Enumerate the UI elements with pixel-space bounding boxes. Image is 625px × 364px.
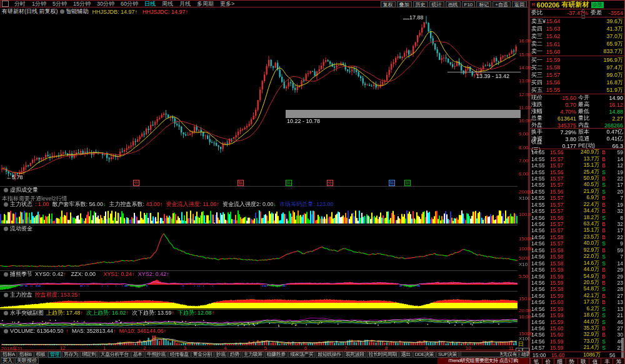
event-marker[interactable]: 分 [133, 180, 139, 186]
tab-更多>[interactable]: 更多> [217, 0, 238, 8]
volume-bars-chart[interactable] [0, 335, 518, 345]
panel-dot-icon[interactable] [4, 272, 8, 277]
buy-row[interactable]: 买三15.5799.0万 [530, 71, 624, 79]
indicator-toolbar: 指标A指标B模板管理另存为绑定到大盘分析平台基本牛熊抄底经传看盘黄金分割抄底趋势… [0, 351, 529, 358]
trade-count: 32 [608, 221, 623, 227]
toolbar-item-装死波段[interactable]: 装死波段 [344, 352, 366, 358]
trade-price: 15.60 [550, 325, 571, 332]
toolbar-input[interactable] [461, 352, 501, 357]
buy-row[interactable]: 买二15.5897.4万 [530, 64, 624, 71]
button-复权[interactable]: 复权 [381, 1, 396, 7]
toolbar-item-DDE决策[interactable]: DDE决策 [413, 352, 436, 358]
toolbar-item-趋势[interactable]: 趋势 [228, 352, 241, 358]
tab-分时[interactable]: 分时 [11, 0, 29, 8]
tab-周线[interactable]: 周线 [159, 0, 176, 8]
toolbar-item-绑定到[interactable]: 绑定到 [80, 352, 98, 358]
buy-row[interactable]: 买五15.5551.9万 [530, 86, 624, 94]
event-marker[interactable]: 除 [286, 180, 292, 186]
quote-tab-价[interactable]: 价 [542, 358, 554, 364]
toolbar-item-拉长时间周期[interactable]: 拉长时间周期 [367, 352, 399, 358]
sell-row[interactable]: 卖二15.6165.9万 [530, 41, 624, 48]
toolbar-item-模板[interactable]: 模板 [34, 352, 48, 358]
toolbar-item-大盘分析平台[interactable]: 大盘分析平台 [99, 352, 131, 358]
quote-tab-细[interactable]: 细 [554, 358, 566, 364]
toolbar-item-稳赚胜券[interactable]: 稳赚胜券 [265, 352, 288, 358]
tab-日线[interactable]: 日线 [141, 0, 159, 8]
candlestick-chart[interactable] [0, 16, 518, 182]
toolbar-item-指标A[interactable]: 指标A [1, 352, 17, 358]
quote-tab-值[interactable]: 值 [589, 358, 601, 364]
sell-row[interactable]: 卖五¥15.6439.6万 [530, 17, 624, 25]
button-画线[interactable]: 画线 [446, 1, 461, 7]
quote-tab-丰[interactable]: 丰 [601, 358, 612, 364]
trade-count: 23 [608, 280, 623, 286]
subscribe-promo-link[interactable]: iTrend研究组需要您支持 点击订购 [438, 358, 529, 364]
button-统计[interactable]: 统计 [429, 1, 444, 7]
sell-row[interactable]: 卖一15.60833.7万 [530, 48, 624, 56]
toolbar-item-经传看盘[interactable]: 经传看盘 [168, 352, 191, 358]
button-叠加[interactable]: 叠加 [397, 1, 412, 7]
panel-dot-icon[interactable] [4, 188, 8, 192]
toolbar-item-主力吸筹[interactable]: 主力吸筹 [242, 352, 264, 358]
tab-月线[interactable]: 月线 [176, 0, 194, 8]
toolbar-item-另存为[interactable]: 另存为 [62, 352, 80, 358]
button-返回[interactable]: 返回 [512, 1, 527, 7]
stock-badge[interactable]: 诊股 [591, 2, 604, 8]
toolbar-item-黄金分割[interactable]: 黄金分割 [191, 352, 214, 358]
panel-dot-icon[interactable] [4, 311, 8, 315]
fund-flow-chart[interactable] [0, 232, 518, 270]
trade-direction: S [599, 306, 608, 312]
tab-1分钟[interactable]: 1分钟 [29, 0, 49, 8]
tab-5分钟[interactable]: 5分钟 [49, 0, 70, 8]
toolbar-item-管理[interactable]: 管理 [48, 352, 61, 358]
event-marker[interactable]: 除 [389, 180, 395, 186]
button-+自选[interactable]: +自选 [492, 1, 511, 7]
toolbar-item-SUP决策[interactable]: SUP决策 [436, 352, 459, 358]
panel-dot-icon[interactable] [4, 202, 8, 207]
zhuli-status-band-chart[interactable] [0, 208, 518, 224]
tab-15分钟[interactable]: 15分钟 [70, 0, 94, 8]
toolbar-item-倾家荡产买[interactable]: 倾家荡产买 [288, 352, 316, 358]
button-F10[interactable]: F10 [462, 1, 476, 7]
sell-row[interactable]: 卖三15.6237.0万 [530, 32, 624, 40]
quote-tab-笔[interactable]: 笔 [530, 358, 542, 364]
control-degree-chart[interactable] [0, 299, 518, 309]
trade-count: 59 [608, 247, 623, 253]
event-marker[interactable]: 除 [238, 180, 244, 186]
toolbar-item-关联报价[interactable]: 关联报价 [15, 358, 39, 364]
buy-row[interactable]: 买四15.5616.8万 [530, 79, 624, 86]
toolbar-item-超短线操作[interactable]: 超短线操作 [316, 352, 343, 358]
transaction-row[interactable]: 14:5715.5921.4万S21 [530, 345, 624, 351]
panel-dot-icon[interactable] [4, 227, 8, 231]
sailor-breakout-ribbon[interactable] [0, 317, 518, 327]
bear-season-oscillator[interactable] [0, 278, 518, 291]
panel-dot-icon[interactable] [4, 293, 8, 297]
toolbar-item-退出[interactable]: 退出 [399, 352, 412, 358]
toolbar-item-基本[interactable]: 基本 [131, 352, 144, 358]
transaction-list[interactable]: 14:5515.56240.9万B5914:5515.5713.7万B1414:… [530, 149, 624, 352]
tab-60分钟[interactable]: 60分钟 [118, 0, 141, 8]
trade-price: 15.57 [550, 156, 571, 162]
sell-row[interactable]: 卖四15.6341.3万 [530, 25, 624, 32]
trade-price: 15.60 [550, 332, 571, 338]
event-marker[interactable]: 分 [327, 180, 333, 186]
button-历史[interactable]: 历史 [413, 1, 428, 7]
queue-price: 15.64 [546, 18, 572, 24]
quote-tab-联[interactable]: 联 [578, 358, 589, 364]
toolbar-item-雄霸股市[interactable]: 雄霸股市 [519, 352, 529, 358]
quote-tab-筹[interactable]: 筹 [612, 358, 624, 364]
tab-30分钟[interactable]: 30分钟 [94, 0, 118, 8]
event-marker[interactable]: 除 [404, 180, 411, 186]
toolbar-item-抄底[interactable]: 抄底 [214, 352, 228, 358]
trading-terminal-window: 分时1分钟5分钟15分钟30分钟60分钟日线周线月线多周期更多> 复权叠加历史统… [0, 0, 625, 364]
smart-assist-label[interactable]: 智能辅助 [66, 7, 89, 16]
window-restore-icon[interactable] [2, 1, 9, 7]
toolbar-item-牛熊抄底[interactable]: 牛熊抄底 [145, 352, 168, 358]
button-标记[interactable]: 标记 [476, 1, 491, 7]
buy-row[interactable]: 买一15.59196.9万 [530, 56, 624, 64]
toolbar-item-买入[interactable]: 买入 [1, 358, 14, 364]
panel-dot-icon[interactable] [4, 329, 8, 333]
tab-多周期[interactable]: 多周期 [194, 0, 217, 8]
toolbar-item-指标B[interactable]: 指标B [18, 352, 34, 358]
quote-tab-势[interactable]: 势 [566, 358, 578, 364]
